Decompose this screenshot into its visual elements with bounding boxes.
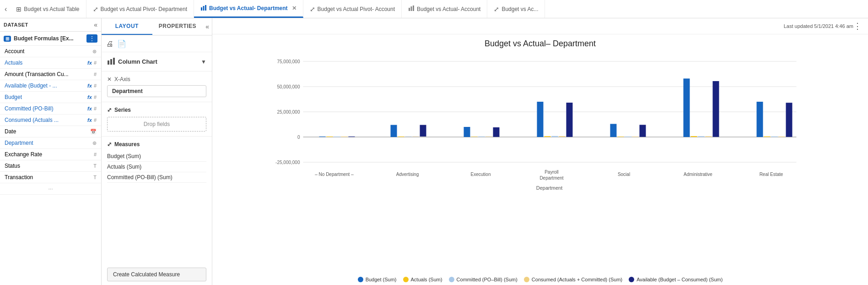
measure-actuals[interactable]: Actuals (Sum) [107, 162, 206, 172]
bar [786, 103, 793, 137]
field-exchange-rate[interactable]: Exchange Rate # [0, 149, 101, 160]
measure-budget[interactable]: Budget (Sum) [107, 151, 206, 162]
number-icon-amount: # [94, 71, 97, 77]
field-available[interactable]: Available (Budget - ... fx # [0, 80, 101, 92]
xaxis-field[interactable]: Department [107, 85, 206, 97]
tab-bar: ‹ ⊞ Budget vs Actual Table ⤢ Budget vs A… [0, 0, 868, 18]
tab-budget-acct2[interactable]: ⤢ Budget vs Ac... [487, 0, 545, 18]
date-icon-date: 📅 [90, 129, 97, 135]
field-transaction[interactable]: Transaction T [0, 172, 101, 183]
field-more: ··· [0, 183, 101, 195]
sidebar-collapse-btn[interactable]: « [94, 21, 97, 28]
svg-text:Department: Department [536, 185, 562, 191]
measures-section: ⤢ Measures Budget (Sum) Actuals (Sum) Co… [102, 137, 212, 264]
series-drop-zone[interactable]: Drop fields [107, 117, 206, 132]
relation-icon-dept: ⊛ [92, 140, 97, 146]
svg-rect-7 [110, 59, 112, 65]
measures-header: ⤢ Measures [107, 141, 206, 148]
close-tab-btn[interactable]: ✕ [292, 5, 297, 11]
svg-text:Administrative: Administrative [684, 172, 712, 177]
text-icon-transaction: T [93, 175, 97, 180]
bar [640, 125, 646, 137]
svg-text:Social: Social [618, 172, 630, 177]
chart-area: Last updated 5/1/2021 4:46 am ⋮ Budget v… [212, 18, 868, 285]
svg-rect-4 [411, 6, 412, 11]
number-icon-available: # [94, 83, 97, 88]
tab-budget-table[interactable]: ⊞ Budget vs Actual Table [10, 0, 86, 18]
field-amount[interactable]: Amount (Transaction Cu... # [0, 69, 101, 80]
chart-svg-wrapper: 75,000,000 50,000,000 25,000,000 0 -25,0… [221, 52, 859, 273]
bar [779, 137, 785, 137]
bar [537, 102, 544, 137]
fx-icon-budget: fx [87, 94, 92, 100]
bar [334, 137, 340, 137]
tab-prev-btn[interactable]: ‹ [2, 5, 10, 13]
svg-text:Department: Department [539, 175, 563, 181]
sidebar-header: DATASET « [0, 18, 101, 32]
bar [545, 136, 551, 137]
field-account[interactable]: Account ⊛ [0, 46, 101, 57]
legend-actuals: Actuals (Sum) [403, 277, 442, 282]
dataset-title-row: ⊞ Budget Formulas [Ex... ⋮ [0, 32, 101, 46]
number-icon-actuals: # [94, 60, 97, 66]
fx-icon-actuals: fx [87, 60, 92, 66]
column-chart-icon [107, 57, 115, 66]
legend-label-committed: Committed (PO–Bill) (Sum) [457, 277, 518, 282]
legend-consumed: Consumed (Actuals + Committed) (Sum) [524, 277, 622, 282]
bar [341, 137, 348, 137]
tab-budget-pivot-acct[interactable]: ⤢ Budget vs Actual Pivot- Account [303, 0, 402, 18]
dataset-menu-btn[interactable]: ⋮ [86, 34, 97, 43]
field-actuals[interactable]: Actuals fx # [0, 57, 101, 69]
legend-dot-actuals [403, 277, 409, 282]
create-calculated-measure-btn[interactable]: Create Calculated Measure [107, 268, 206, 281]
svg-text:– No Department –: – No Department – [315, 172, 354, 177]
chart-svg: 75,000,000 50,000,000 25,000,000 0 -25,0… [221, 52, 859, 208]
bar [327, 137, 333, 137]
fx-icon-consumed: fx [87, 117, 92, 123]
field-committed[interactable]: Committed (PO-Bill) fx # [0, 103, 101, 115]
bar [632, 137, 639, 137]
bar [552, 136, 558, 137]
bar [349, 137, 355, 137]
tab-budget-table-label: Budget vs Actual Table [24, 6, 79, 12]
measure-committed[interactable]: Committed (PO-Bill) (Sum) [107, 172, 206, 183]
tab-layout[interactable]: LAYOUT [102, 18, 152, 35]
chart-container: Budget vs Actual– Department 75,000,000 … [212, 34, 868, 285]
bar [691, 136, 697, 137]
dataset-header-label: DATASET [4, 22, 28, 27]
series-icon: ⤢ [107, 107, 112, 113]
bar [698, 136, 705, 137]
bar [559, 136, 566, 137]
tab-properties[interactable]: PROPERTIES [152, 18, 203, 35]
export-btn[interactable]: 📄 [117, 39, 126, 48]
bar [319, 137, 326, 137]
chart-header-bar: Last updated 5/1/2021 4:46 am ⋮ [212, 18, 868, 34]
field-consumed[interactable]: Consumed (Actuals ... fx # [0, 115, 101, 126]
bar [391, 125, 397, 137]
bar [713, 81, 719, 137]
pivot-icon-2: ⤢ [310, 5, 315, 13]
chart-options-btn[interactable]: ⋮ [853, 21, 862, 31]
bar [471, 137, 478, 137]
tab-budget-actual-dept[interactable]: Budget vs Actual- Department ✕ [194, 0, 303, 18]
main-layout: DATASET « ⊞ Budget Formulas [Ex... ⋮ Acc… [0, 18, 868, 285]
legend-label-available: Available (Budget – Consumed) (Sum) [636, 277, 722, 282]
number-icon-committed: # [94, 106, 97, 111]
svg-rect-6 [108, 60, 109, 65]
tab-budget-actual-dept-label: Budget vs Actual- Department [209, 5, 288, 11]
xaxis-label: ✕ X-Axis [107, 76, 206, 82]
chart-type-selector[interactable]: Column Chart ▼ [102, 52, 212, 71]
svg-text:0: 0 [297, 135, 300, 140]
legend-dot-available [629, 277, 634, 282]
tab-budget-pivot-dept[interactable]: ⤢ Budget vs Actual Pivot- Department [86, 0, 194, 18]
field-budget[interactable]: Budget fx # [0, 92, 101, 103]
panel-collapse-btn[interactable]: « [205, 23, 209, 30]
dataset-icon: ⊞ [4, 36, 11, 42]
field-department[interactable]: Department ⊛ [0, 137, 101, 149]
pivot-icon-1: ⤢ [93, 5, 98, 13]
field-status[interactable]: Status T [0, 160, 101, 172]
svg-rect-3 [409, 8, 410, 11]
field-date[interactable]: Date 📅 [0, 126, 101, 137]
tab-budget-actual-acct[interactable]: Budget vs Actual- Account [402, 0, 487, 18]
print-btn[interactable]: 🖨 [106, 40, 113, 48]
